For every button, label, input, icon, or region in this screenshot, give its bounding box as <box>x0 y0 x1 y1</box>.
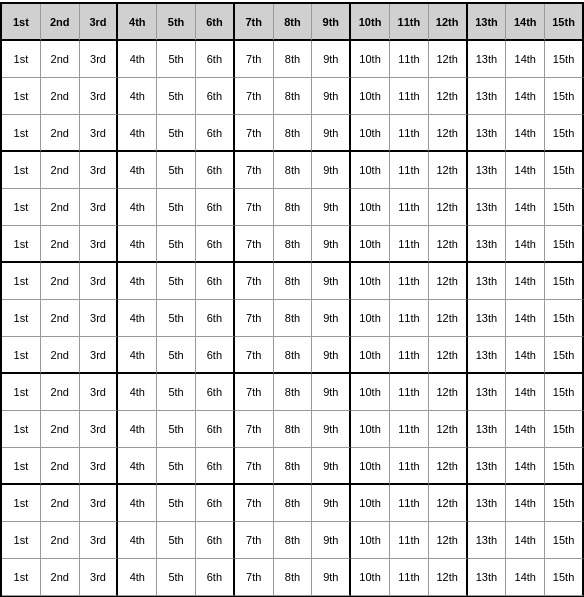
cell-r6-c4[interactable]: 4th <box>118 226 157 263</box>
cell-r1-c7[interactable]: 7th <box>235 41 274 78</box>
cell-r1-c14[interactable]: 14th <box>506 41 545 78</box>
cell-r9-c9[interactable]: 9th <box>312 337 351 374</box>
cell-r3-c10[interactable]: 10th <box>351 115 390 152</box>
cell-r15-c13[interactable]: 13th <box>468 559 507 596</box>
cell-r8-c5[interactable]: 5th <box>157 300 196 337</box>
cell-r15-c5[interactable]: 5th <box>157 559 196 596</box>
cell-r3-c5[interactable]: 5th <box>157 115 196 152</box>
cell-r10-c14[interactable]: 14th <box>506 374 545 411</box>
cell-r3-c15[interactable]: 15th <box>545 115 584 152</box>
cell-r5-c7[interactable]: 7th <box>235 189 274 226</box>
cell-r10-c13[interactable]: 13th <box>468 374 507 411</box>
cell-r3-c13[interactable]: 13th <box>468 115 507 152</box>
cell-r11-c9[interactable]: 9th <box>312 411 351 448</box>
cell-r14-c2[interactable]: 2nd <box>41 522 80 559</box>
cell-r10-c5[interactable]: 5th <box>157 374 196 411</box>
cell-r12-c12[interactable]: 12th <box>429 448 468 485</box>
cell-r11-c5[interactable]: 5th <box>157 411 196 448</box>
cell-r9-c2[interactable]: 2nd <box>41 337 80 374</box>
cell-r1-c15[interactable]: 15th <box>545 41 584 78</box>
cell-r4-c2[interactable]: 2nd <box>41 152 80 189</box>
cell-r13-c3[interactable]: 3rd <box>80 485 119 522</box>
cell-r9-c10[interactable]: 10th <box>351 337 390 374</box>
cell-r13-c13[interactable]: 13th <box>468 485 507 522</box>
cell-r7-c2[interactable]: 2nd <box>41 263 80 300</box>
cell-r14-c4[interactable]: 4th <box>118 522 157 559</box>
cell-r1-c2[interactable]: 2nd <box>41 41 80 78</box>
cell-r15-c14[interactable]: 14th <box>506 559 545 596</box>
cell-r6-c2[interactable]: 2nd <box>41 226 80 263</box>
cell-r9-c7[interactable]: 7th <box>235 337 274 374</box>
cell-r13-c4[interactable]: 4th <box>118 485 157 522</box>
cell-r4-c7[interactable]: 7th <box>235 152 274 189</box>
cell-r4-c4[interactable]: 4th <box>118 152 157 189</box>
cell-r14-c12[interactable]: 12th <box>429 522 468 559</box>
cell-r8-c3[interactable]: 3rd <box>80 300 119 337</box>
cell-r4-c15[interactable]: 15th <box>545 152 584 189</box>
cell-r2-c8[interactable]: 8th <box>274 78 313 115</box>
cell-r8-c6[interactable]: 6th <box>196 300 235 337</box>
cell-r1-c6[interactable]: 6th <box>196 41 235 78</box>
cell-r14-c13[interactable]: 13th <box>468 522 507 559</box>
cell-r14-c5[interactable]: 5th <box>157 522 196 559</box>
cell-r11-c11[interactable]: 11th <box>390 411 429 448</box>
cell-r13-c11[interactable]: 11th <box>390 485 429 522</box>
cell-r4-c1[interactable]: 1st <box>2 152 41 189</box>
cell-r7-c13[interactable]: 13th <box>468 263 507 300</box>
cell-r5-c1[interactable]: 1st <box>2 189 41 226</box>
cell-r5-c8[interactable]: 8th <box>274 189 313 226</box>
cell-r5-c10[interactable]: 10th <box>351 189 390 226</box>
cell-r12-c2[interactable]: 2nd <box>41 448 80 485</box>
cell-r15-c11[interactable]: 11th <box>390 559 429 596</box>
cell-r1-c11[interactable]: 11th <box>390 41 429 78</box>
cell-r9-c5[interactable]: 5th <box>157 337 196 374</box>
cell-r8-c14[interactable]: 14th <box>506 300 545 337</box>
cell-r14-c8[interactable]: 8th <box>274 522 313 559</box>
cell-r4-c5[interactable]: 5th <box>157 152 196 189</box>
cell-r2-c14[interactable]: 14th <box>506 78 545 115</box>
cell-r9-c6[interactable]: 6th <box>196 337 235 374</box>
cell-r10-c8[interactable]: 8th <box>274 374 313 411</box>
cell-r2-c3[interactable]: 3rd <box>80 78 119 115</box>
cell-r14-c11[interactable]: 11th <box>390 522 429 559</box>
cell-r15-c12[interactable]: 12th <box>429 559 468 596</box>
cell-r12-c3[interactable]: 3rd <box>80 448 119 485</box>
cell-r12-c10[interactable]: 10th <box>351 448 390 485</box>
cell-r5-c14[interactable]: 14th <box>506 189 545 226</box>
cell-r11-c10[interactable]: 10th <box>351 411 390 448</box>
cell-r10-c15[interactable]: 15th <box>545 374 584 411</box>
cell-r6-c11[interactable]: 11th <box>390 226 429 263</box>
cell-r5-c11[interactable]: 11th <box>390 189 429 226</box>
cell-r1-c12[interactable]: 12th <box>429 41 468 78</box>
cell-r7-c12[interactable]: 12th <box>429 263 468 300</box>
cell-r14-c9[interactable]: 9th <box>312 522 351 559</box>
cell-r11-c3[interactable]: 3rd <box>80 411 119 448</box>
cell-r13-c9[interactable]: 9th <box>312 485 351 522</box>
cell-r7-c11[interactable]: 11th <box>390 263 429 300</box>
cell-r7-c14[interactable]: 14th <box>506 263 545 300</box>
cell-r11-c12[interactable]: 12th <box>429 411 468 448</box>
cell-r14-c15[interactable]: 15th <box>545 522 584 559</box>
cell-r5-c5[interactable]: 5th <box>157 189 196 226</box>
cell-r5-c6[interactable]: 6th <box>196 189 235 226</box>
cell-r9-c15[interactable]: 15th <box>545 337 584 374</box>
cell-r12-c8[interactable]: 8th <box>274 448 313 485</box>
cell-r13-c5[interactable]: 5th <box>157 485 196 522</box>
cell-r10-c12[interactable]: 12th <box>429 374 468 411</box>
cell-r15-c3[interactable]: 3rd <box>80 559 119 596</box>
cell-r1-c13[interactable]: 13th <box>468 41 507 78</box>
cell-r10-c9[interactable]: 9th <box>312 374 351 411</box>
cell-r4-c11[interactable]: 11th <box>390 152 429 189</box>
cell-r11-c6[interactable]: 6th <box>196 411 235 448</box>
cell-r6-c6[interactable]: 6th <box>196 226 235 263</box>
cell-r7-c9[interactable]: 9th <box>312 263 351 300</box>
cell-r3-c7[interactable]: 7th <box>235 115 274 152</box>
cell-r8-c12[interactable]: 12th <box>429 300 468 337</box>
cell-r2-c2[interactable]: 2nd <box>41 78 80 115</box>
cell-r7-c7[interactable]: 7th <box>235 263 274 300</box>
cell-r4-c14[interactable]: 14th <box>506 152 545 189</box>
cell-r7-c5[interactable]: 5th <box>157 263 196 300</box>
cell-r14-c10[interactable]: 10th <box>351 522 390 559</box>
cell-r9-c14[interactable]: 14th <box>506 337 545 374</box>
cell-r15-c7[interactable]: 7th <box>235 559 274 596</box>
